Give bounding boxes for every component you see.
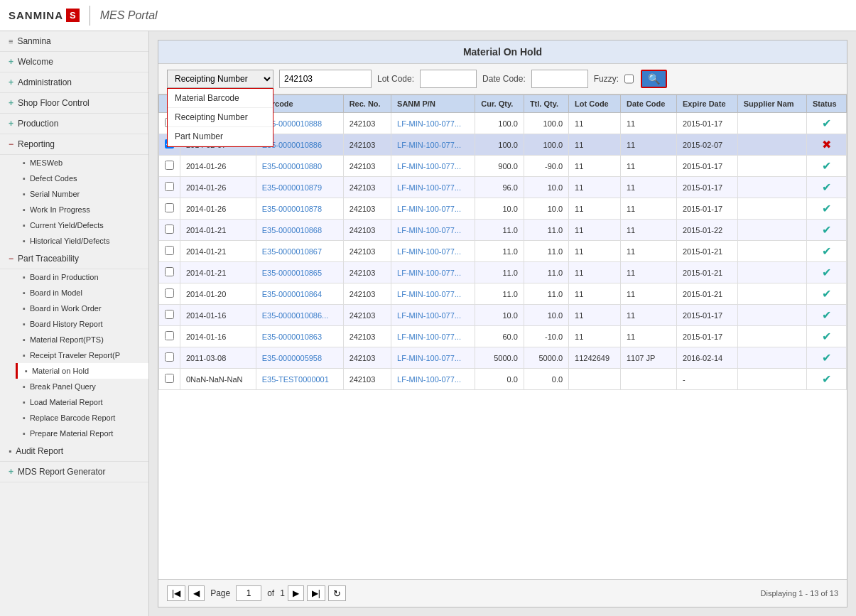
table-cell[interactable]: LF-MIN-100-077... (391, 305, 475, 326)
fuzzy-checkbox[interactable] (624, 70, 634, 88)
table-cell[interactable]: LF-MIN-100-077... (391, 326, 475, 347)
table-cell[interactable]: E35-TEST0000001 (256, 369, 343, 390)
sidebar-item-sanmina[interactable]: ≡ Sanmina (0, 31, 148, 52)
table-cell[interactable]: LF-MIN-100-077... (391, 369, 475, 390)
sidebar-item-receipt-traveler[interactable]: ▪ Receipt Traveler Report(P (16, 347, 148, 363)
table-row[interactable]: 2014-01-26E35-0000010878242103LF-MIN-100… (159, 198, 847, 220)
table-cell[interactable]: LF-MIN-100-077... (391, 347, 475, 369)
table-row[interactable]: 2014-01-21E35-0000010865242103LF-MIN-100… (159, 262, 847, 283)
table-row[interactable]: 0NaN-NaN-NaNE35-TEST0000001242103LF-MIN-… (159, 369, 847, 390)
table-cell[interactable]: E35-0000010086... (256, 305, 343, 326)
table-cell[interactable]: LF-MIN-100-077... (391, 177, 475, 198)
table-cell[interactable]: E35-0000005958 (256, 347, 343, 369)
sidebar-item-shop-floor[interactable]: + Shop Floor Control (0, 93, 148, 114)
row-checkbox[interactable] (165, 246, 174, 255)
table-cell[interactable]: LF-MIN-100-077... (391, 283, 475, 305)
sidebar-item-replace-barcode[interactable]: ▪ Replace Barcode Report (16, 410, 148, 426)
main-layout: ≡ Sanmina + Welcome + Administration + S… (0, 31, 856, 616)
table-row[interactable]: 2014-01-16E35-0000010863242103LF-MIN-100… (159, 326, 847, 347)
date-code-input[interactable] (531, 70, 588, 88)
sidebar-item-welcome[interactable]: + Welcome (0, 52, 148, 72)
sidebar-label-prepare-material: Prepare Material Report (30, 429, 113, 438)
table-cell[interactable]: E35-0000010868 (256, 220, 343, 241)
table-cell[interactable]: LF-MIN-100-077... (391, 113, 475, 134)
dropdown-item-barcode[interactable]: Material Barcode (168, 89, 273, 108)
sidebar-item-mds-report[interactable]: + MDS Report Generator (0, 462, 148, 482)
sidebar-item-work-in-progress[interactable]: ▪ Work In Progress (16, 202, 148, 217)
sidebar-item-administration[interactable]: + Administration (0, 72, 148, 93)
sidebar-label-mesweb: MESWeb (30, 158, 63, 167)
table-cell: 0.0 (475, 369, 524, 390)
search-button[interactable]: 🔍 (641, 70, 667, 88)
col-ttl-qty: Ttl. Qty. (524, 95, 568, 113)
sidebar-item-production[interactable]: + Production (0, 114, 148, 134)
sidebar-item-audit-report[interactable]: ▪ Audit Report (0, 441, 148, 462)
table-cell[interactable]: LF-MIN-100-077... (391, 134, 475, 156)
sidebar-item-mesweb[interactable]: ▪ MESWeb (16, 155, 148, 171)
sidebar-item-board-model[interactable]: ▪ Board in Model (16, 285, 148, 301)
dropdown-item-part[interactable]: Part Number (168, 127, 273, 146)
table-cell[interactable]: E35-0000010863 (256, 326, 343, 347)
sidebar-item-current-yield[interactable]: ▪ Current Yield/Defects (16, 217, 148, 233)
sidebar-item-break-panel[interactable]: ▪ Break Panel Query (16, 379, 148, 394)
table-row[interactable]: 2014-01-20E35-0000010864242103LF-MIN-100… (159, 283, 847, 305)
sidebar-item-defect-codes[interactable]: ▪ Defect Codes (16, 171, 148, 186)
row-checkbox[interactable] (165, 267, 174, 276)
next-page-button[interactable]: ▶ (288, 585, 304, 601)
search-input[interactable] (279, 70, 372, 88)
sidebar-item-board-history[interactable]: ▪ Board History Report (16, 316, 148, 332)
table-cell[interactable]: LF-MIN-100-077... (391, 156, 475, 177)
row-checkbox[interactable] (165, 310, 174, 319)
dropdown-item-receipting[interactable]: Receipting Number (168, 108, 273, 127)
row-checkbox[interactable] (165, 331, 174, 340)
sidebar-item-material-on-hold[interactable]: ▪ Material on Hold (16, 363, 148, 379)
first-page-button[interactable]: |◀ (167, 585, 185, 601)
table-row[interactable]: 2011-03-08E35-0000005958242103LF-MIN-100… (159, 347, 847, 369)
sidebar-item-reporting[interactable]: − Reporting (0, 134, 148, 155)
table-cell[interactable]: E35-0000010864 (256, 283, 343, 305)
lot-code-input[interactable] (420, 70, 477, 88)
table-row[interactable]: 2014-01-16E35-0000010086...242103LF-MIN-… (159, 305, 847, 326)
page-number-input[interactable] (236, 585, 261, 601)
search-dropdown[interactable]: Material Barcode Receipting Number Part … (167, 88, 273, 147)
row-checkbox[interactable] (165, 203, 174, 212)
row-checkbox[interactable] (165, 182, 174, 191)
table-row[interactable]: 2014-01-21E35-0000010868242103LF-MIN-100… (159, 220, 847, 241)
sidebar-item-serial-number[interactable]: ▪ Serial Number (16, 186, 148, 202)
row-checkbox[interactable] (165, 225, 174, 234)
col-cur-qty: Cur. Qty. (475, 95, 524, 113)
table-cell[interactable]: LF-MIN-100-077... (391, 198, 475, 220)
table-cell: 11242649 (569, 347, 621, 369)
row-checkbox[interactable] (165, 374, 174, 383)
sidebar-item-load-material[interactable]: ▪ Load Material Report (16, 394, 148, 410)
table-row[interactable]: 2014-01-26E35-0000010880242103LF-MIN-100… (159, 156, 847, 177)
sidebar-item-part-traceability[interactable]: − Part Traceability (0, 249, 148, 269)
table-cell: 11 (621, 156, 677, 177)
row-checkbox[interactable] (165, 288, 174, 298)
table-cell[interactable]: E35-0000010878 (256, 198, 343, 220)
table-row[interactable]: 2014-01-26E35-0000010879242103LF-MIN-100… (159, 177, 847, 198)
refresh-button[interactable]: ↻ (328, 585, 346, 601)
table-cell[interactable]: E35-0000010880 (256, 156, 343, 177)
sidebar-item-prepare-material[interactable]: ▪ Prepare Material Report (16, 426, 148, 441)
plus-icon: + (9, 98, 13, 108)
table-row[interactable]: 2014-01-21E35-0000010867242103LF-MIN-100… (159, 241, 847, 262)
sidebar-label-defect-codes: Defect Codes (30, 174, 77, 183)
search-by-select[interactable]: Receipting Number Material Barcode Part … (167, 70, 273, 88)
row-checkbox[interactable] (165, 352, 174, 362)
table-cell: 11 (621, 177, 677, 198)
table-cell[interactable]: E35-0000010867 (256, 241, 343, 262)
table-cell[interactable]: LF-MIN-100-077... (391, 241, 475, 262)
sidebar-item-material-report[interactable]: ▪ Material Report(PTS) (16, 332, 148, 347)
sidebar-item-board-work-order[interactable]: ▪ Board in Work Order (16, 301, 148, 316)
last-page-button[interactable]: ▶| (307, 585, 325, 601)
row-checkbox[interactable] (165, 161, 174, 170)
sidebar-item-historical-yield[interactable]: ▪ Historical Yield/Defects (16, 233, 148, 249)
prev-page-button[interactable]: ◀ (188, 585, 205, 601)
table-cell[interactable]: LF-MIN-100-077... (391, 220, 475, 241)
table-cell[interactable]: E35-0000010879 (256, 177, 343, 198)
sidebar-item-board-production[interactable]: ▪ Board in Production (16, 269, 148, 285)
table-cell[interactable]: LF-MIN-100-077... (391, 262, 475, 283)
table-cell: 242103 (343, 283, 391, 305)
table-cell[interactable]: E35-0000010865 (256, 262, 343, 283)
